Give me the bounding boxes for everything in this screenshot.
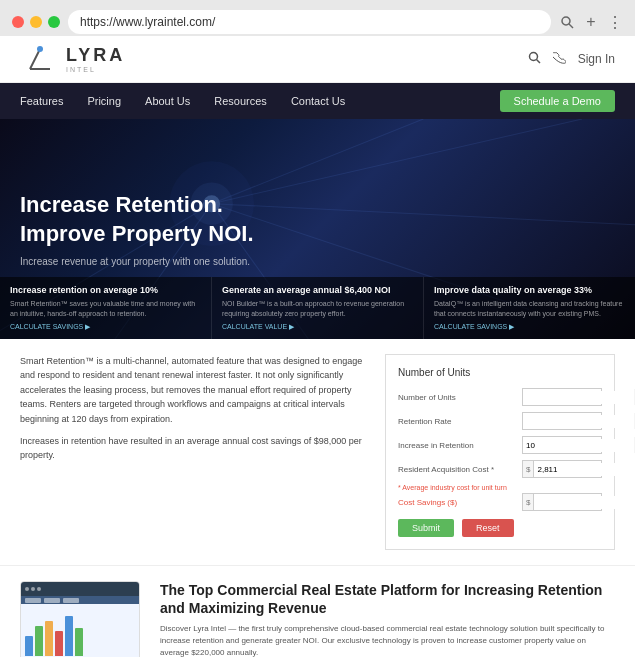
svg-point-5 — [529, 53, 537, 61]
nav-about[interactable]: About Us — [145, 95, 190, 107]
calc-savings-dollar-icon: $ — [523, 494, 534, 510]
content-paragraph-2: Increases in retention have resulted in … — [20, 434, 365, 463]
screenshot-dot-3 — [37, 587, 41, 591]
chart-bar-6 — [75, 628, 83, 656]
bottom-text: The Top Commercial Real Estate Platform … — [160, 581, 615, 657]
calc-acquisition-input[interactable] — [534, 463, 635, 476]
content-paragraph-1: Smart Retention™ is a multi-channel, aut… — [20, 354, 365, 426]
feature-box-2-link[interactable]: CALCULATE VALUE ▶ — [222, 323, 413, 331]
calc-title: Number of Units — [398, 367, 602, 378]
calc-acquisition-dollar-icon: $ — [523, 461, 534, 477]
feature-box-3-link[interactable]: CALCULATE SAVINGS ▶ — [434, 323, 625, 331]
screenshot-dot-2 — [31, 587, 35, 591]
search-browser-icon[interactable] — [559, 14, 575, 30]
feature-box-retention: Increase retention on average 10% Smart … — [0, 277, 212, 339]
calc-row-increase: Increase in Retention % — [398, 436, 602, 454]
screenshot-nav-item-1 — [25, 598, 41, 603]
hero-section: Increase Retention. Improve Property NOI… — [0, 119, 635, 339]
nav-pricing[interactable]: Pricing — [87, 95, 121, 107]
hero-content: Increase Retention. Improve Property NOI… — [20, 191, 615, 267]
svg-point-4 — [37, 46, 43, 52]
feature-box-1-title: Increase retention on average 10% — [10, 285, 201, 295]
traffic-lights — [12, 16, 60, 28]
calc-row-savings: Cost Savings ($) $ — [398, 493, 602, 511]
sign-in-button[interactable]: Sign In — [578, 52, 615, 66]
feature-box-noi: Generate an average annual $6,400 NOI NO… — [212, 277, 424, 339]
calc-row-units: Number of Units ⊡ — [398, 388, 602, 406]
new-tab-icon[interactable]: + — [583, 14, 599, 30]
calc-retention-rate-label: Retention Rate — [398, 417, 516, 426]
logo-name: LYRA — [66, 45, 125, 66]
search-icon[interactable] — [528, 51, 541, 67]
calc-savings-field: $ — [522, 493, 602, 511]
svg-point-0 — [562, 17, 570, 25]
bottom-title: The Top Commercial Real Estate Platform … — [160, 581, 615, 617]
bottom-section: The Top Commercial Real Estate Platform … — [0, 565, 635, 657]
screenshot-topbar — [21, 582, 139, 596]
maximize-button[interactable] — [48, 16, 60, 28]
feature-box-3-desc: DataIQ™ is an intelligent data cleansing… — [434, 299, 625, 319]
nav-features[interactable]: Features — [20, 95, 63, 107]
calc-savings-input[interactable] — [534, 496, 635, 509]
feature-box-3-title: Improve data quality on average 33% — [434, 285, 625, 295]
logo-sub: INTEL — [66, 66, 125, 73]
calc-increase-label: Increase in Retention — [398, 441, 516, 450]
calc-retention-rate-input[interactable] — [523, 415, 634, 428]
nav-resources[interactable]: Resources — [214, 95, 267, 107]
minimize-button[interactable] — [30, 16, 42, 28]
feature-box-data: Improve data quality on average 33% Data… — [424, 277, 635, 339]
address-bar[interactable]: https://www.lyraintel.com/ — [68, 10, 551, 34]
site-nav: Features Pricing About Us Resources Cont… — [0, 83, 635, 119]
bottom-desc: Discover Lyra Intel — the first truly co… — [160, 623, 615, 657]
nav-contact[interactable]: Contact Us — [291, 95, 345, 107]
feature-box-1-link[interactable]: CALCULATE SAVINGS ▶ — [10, 323, 201, 331]
calc-units-label: Number of Units — [398, 393, 516, 402]
browser-actions: + ⋮ — [559, 14, 623, 30]
chart-bar-1 — [25, 636, 33, 656]
calc-retention-rate-field: % — [522, 412, 602, 430]
feature-box-2-desc: NOI Builder™ is a built-on approach to r… — [222, 299, 413, 319]
topbar-actions: Sign In — [528, 51, 615, 67]
calc-submit-button[interactable]: Submit — [398, 519, 454, 537]
calc-row-retention-rate: Retention Rate % — [398, 412, 602, 430]
calc-units-field: ⊡ — [522, 388, 602, 406]
feature-box-2-title: Generate an average annual $6,400 NOI — [222, 285, 413, 295]
calc-units-input[interactable] — [523, 391, 634, 404]
calc-acquisition-field: $ — [522, 460, 602, 478]
logo: LYRA INTEL — [20, 44, 125, 74]
chart-bar-2 — [35, 626, 43, 656]
content-left: Smart Retention™ is a multi-channel, aut… — [20, 354, 365, 550]
screenshot-dot-1 — [25, 587, 29, 591]
svg-line-6 — [536, 60, 540, 64]
calc-acquisition-label: Resident Acquisition Cost * — [398, 465, 516, 474]
calc-note: * Average industry cost for unit turn — [398, 484, 602, 491]
chart-bar-3 — [45, 621, 53, 656]
calc-increase-field: % — [522, 436, 602, 454]
url-text: https://www.lyraintel.com/ — [80, 15, 539, 29]
hero-subtitle: Increase revenue at your property with o… — [20, 256, 615, 267]
svg-line-2 — [30, 49, 40, 69]
more-options-icon[interactable]: ⋮ — [607, 14, 623, 30]
screenshot-nav-item-2 — [44, 598, 60, 603]
phone-icon[interactable] — [553, 51, 566, 67]
browser-window: https://www.lyraintel.com/ + ⋮ — [0, 0, 635, 657]
chart-bar-5 — [65, 616, 73, 656]
screenshot-chart — [21, 604, 139, 657]
calculator-form: Number of Units Number of Units ⊡ Retent… — [385, 354, 615, 550]
calc-row-acquisition: Resident Acquisition Cost * $ — [398, 460, 602, 478]
svg-line-1 — [569, 24, 573, 28]
close-button[interactable] — [12, 16, 24, 28]
hero-title: Increase Retention. Improve Property NOI… — [20, 191, 615, 248]
feature-box-1-desc: Smart Retention™ saves you valuable time… — [10, 299, 201, 319]
schedule-demo-button[interactable]: Schedule a Demo — [500, 90, 615, 112]
chart-bar-4 — [55, 631, 63, 656]
calc-reset-button[interactable]: Reset — [462, 519, 514, 537]
logo-svg — [20, 44, 60, 74]
nav-links: Features Pricing About Us Resources Cont… — [20, 95, 345, 107]
site-topbar: LYRA INTEL Sign In — [0, 36, 635, 83]
calc-increase-input[interactable] — [523, 439, 634, 452]
content-section: Smart Retention™ is a multi-channel, aut… — [0, 339, 635, 565]
calc-savings-label: Cost Savings ($) — [398, 498, 516, 507]
screenshot-nav — [21, 596, 139, 604]
logo-text: LYRA INTEL — [66, 45, 125, 73]
